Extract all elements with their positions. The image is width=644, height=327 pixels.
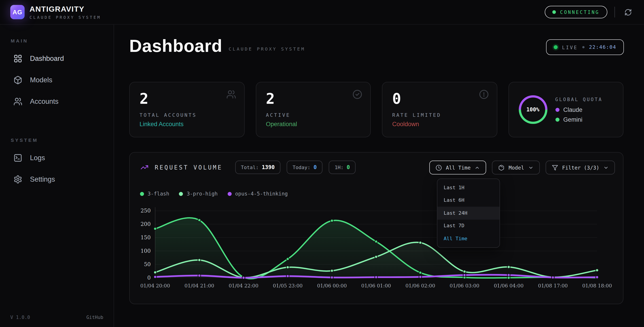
pill-value: 1390 [262,164,275,170]
stat-sublabel: Linked Accounts [140,120,234,127]
legend-name: 3-flash [148,190,169,197]
header-divider [614,7,615,18]
pill-value: 0 [346,164,350,170]
package-icon [498,164,505,171]
refresh-button[interactable] [622,6,634,18]
svg-text:01/05 23:00: 01/05 23:00 [273,283,302,288]
status-dot-icon [552,10,556,14]
pill-label: Today: [292,164,310,170]
quota-percent: 100% [526,106,539,113]
live-status-badge: LIVE 22:46:04 [546,39,624,55]
chart-legend: 3-flash 3-pro-high opus-4-5-thinking [140,190,288,197]
svg-text:01/08 17:00: 01/08 17:00 [538,283,568,288]
pill-label: 1H: [334,164,344,170]
dropdown-item-last-7d[interactable]: Last 7D [438,220,500,232]
time-range-label: All Time [446,164,471,171]
connection-status-label: CONNECTING [560,10,600,15]
live-label: LIVE [562,44,578,50]
claude-dot-icon [555,108,559,112]
main-content: Dashboard CLAUDE PROXY SYSTEM LIVE 22:46… [114,24,644,327]
svg-text:01/04 22:00: 01/04 22:00 [229,283,258,288]
github-link[interactable]: GitHub [86,314,103,320]
trending-up-icon [140,163,148,171]
legend-name: opus-4-5-thinking [235,190,288,197]
svg-text:01/06 01:00: 01/06 01:00 [361,283,391,288]
svg-text:100: 100 [140,248,151,254]
stat-sublabel: Cooldown [392,120,487,127]
svg-text:01/04 21:00: 01/04 21:00 [184,283,214,288]
quota-legend-name: Claude [563,106,582,113]
gemini-dot-icon [555,118,559,122]
svg-text:250: 250 [140,208,151,214]
refresh-icon [624,8,632,16]
svg-text:01/08 18:00: 01/08 18:00 [582,283,612,288]
svg-text:0: 0 [147,275,151,281]
stat-label: RATE LIMITED [392,112,487,118]
dropdown-item-last-24h[interactable]: Last 24H [438,207,500,220]
stat-value: 0 [392,91,487,107]
legend-item-3-flash[interactable]: 3-flash [140,190,169,197]
users-icon [226,90,236,99]
funnel-icon [552,164,558,171]
series-dot-icon [140,192,144,196]
quota-legend-gemini: Gemini [555,116,603,123]
stat-label: ACTIVE [266,112,360,118]
dropdown-item-last-6h[interactable]: Last 6H [438,194,500,207]
stat-label: TOTAL ACCOUNTS [140,112,234,118]
pill-label: Total: [241,164,259,170]
hour-requests-pill: 1H: 0 [329,160,356,174]
clock-icon [436,164,442,171]
connection-status-badge: CONNECTING [545,6,607,18]
live-dot-icon [554,45,558,49]
quota-donut-chart: 100% [518,95,547,124]
sidebar-item-dashboard[interactable]: Dashboard [0,48,114,69]
total-requests-pill: Total: 1390 [235,160,280,174]
sidebar-section-main: MAIN [11,38,114,44]
separator-dot-icon [582,46,584,48]
svg-text:150: 150 [140,234,151,241]
alert-circle-icon [479,90,488,99]
sidebar-item-label: Dashboard [30,54,64,63]
app-name: ANTIGRAVITY [30,5,101,14]
sidebar-item-models[interactable]: Models [0,69,114,91]
pill-value: 0 [314,164,317,170]
app-version: V 1.0.0 [10,314,30,320]
series-dot-icon [179,192,183,196]
filter-dropdown-button[interactable]: Filter (3/3) [546,160,615,174]
sidebar-item-settings[interactable]: Settings [0,169,114,190]
dropdown-item-all-time[interactable]: All Time [438,232,500,245]
chevron-down-icon [603,165,609,170]
sidebar-section-system: SYSTEM [11,137,114,143]
model-dropdown-button[interactable]: Model [492,160,540,174]
brand: AG ANTIGRAVITY CLAUDE PROXY SYSTEM [10,5,101,20]
model-filter-label: Model [509,164,524,171]
terminal-icon [14,154,22,162]
sidebar-item-accounts[interactable]: Accounts [0,91,114,112]
svg-text:01/04 20:00: 01/04 20:00 [140,283,170,288]
live-clock: 22:46:04 [589,44,616,50]
top-header: AG ANTIGRAVITY CLAUDE PROXY SYSTEM CONNE… [0,0,644,24]
request-volume-chart: 05010015020025001/04 20:0001/04 21:0001/… [130,152,623,304]
app-subtitle: CLAUDE PROXY SYSTEM [30,15,101,20]
series-dot-icon [228,192,232,196]
stat-cards-row: 2 TOTAL ACCOUNTS Linked Accounts 2 ACTIV… [129,82,624,137]
page-subtitle: CLAUDE PROXY SYSTEM [228,46,305,54]
svg-text:01/06 04:00: 01/06 04:00 [494,283,524,288]
sidebar-item-logs[interactable]: Logs [0,147,114,169]
panel-title: REQUEST VOLUME [155,164,222,171]
stat-value: 2 [266,91,360,107]
grid-icon [14,54,22,63]
app-logo: AG [10,5,24,19]
chevron-up-icon [475,165,480,170]
sidebar-item-label: Accounts [30,98,58,106]
sidebar-item-label: Models [30,76,52,84]
legend-item-opus[interactable]: opus-4-5-thinking [228,190,288,197]
legend-item-3-pro-high[interactable]: 3-pro-high [179,190,218,197]
stat-sublabel: Operational [266,120,360,127]
time-range-dropdown-button[interactable]: All Time [429,160,486,174]
card-active: 2 ACTIVE Operational [256,82,371,137]
dropdown-item-last-1h[interactable]: Last 1H [438,181,500,194]
card-total-accounts: 2 TOTAL ACCOUNTS Linked Accounts [129,82,244,137]
quota-legend-name: Gemini [563,116,582,123]
svg-text:50: 50 [144,261,151,268]
